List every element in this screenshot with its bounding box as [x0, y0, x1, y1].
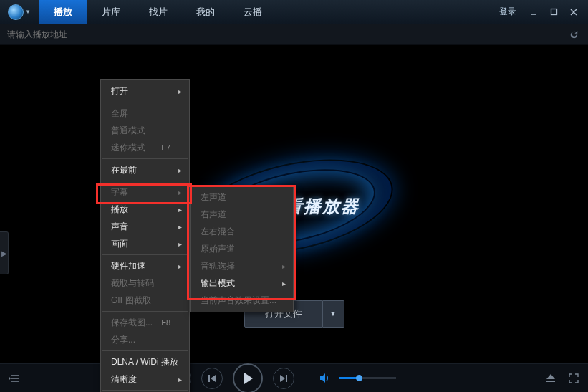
menu-separator	[102, 158, 188, 159]
playlist-expand-tab[interactable]: ▶	[0, 231, 9, 274]
menu-item-label: 音轨选择	[201, 260, 235, 272]
menu-item[interactable]: 输出模式	[191, 274, 293, 292]
menu-item: 迷你模式F7	[101, 139, 189, 156]
open-eject-icon[interactable]	[544, 371, 558, 386]
menu-item: 左声道	[191, 188, 293, 206]
svg-rect-13	[286, 375, 287, 382]
menu-item-label: 画面	[111, 238, 128, 250]
menu-separator	[102, 390, 188, 391]
menu-item-label: DLNA / WiDi 播放	[111, 356, 178, 368]
menu-item-label: 右声道	[201, 209, 226, 221]
address-bar	[0, 24, 588, 45]
close-button[interactable]	[564, 1, 584, 23]
app-menu[interactable]: ▼	[0, 0, 39, 24]
menu-item-label: 打开	[111, 85, 128, 97]
player-stage: ▶ 迅雷看看播放器 打开文件 ▼	[0, 45, 588, 363]
menu-item[interactable]: 清晰度	[101, 371, 189, 388]
svg-marker-12	[280, 375, 285, 382]
app-logo-icon	[8, 4, 24, 20]
refresh-icon[interactable]	[567, 27, 581, 42]
volume-control	[319, 371, 396, 386]
player-controls-bar	[0, 363, 588, 392]
menu-item-label: 输出模式	[201, 277, 235, 290]
minimize-button[interactable]	[524, 1, 544, 23]
address-input[interactable]	[7, 29, 567, 39]
menu-item: GIF图截取	[101, 292, 189, 309]
menu-item-label: 左右混合	[201, 226, 235, 238]
menu-item-label: 左声道	[201, 191, 226, 204]
menu-item-label: 在最前	[111, 164, 137, 176]
context-menu-main: 打开全屏普通模式迷你模式F7在最前字幕播放声音画面硬件加速截取与转码GIF图截取…	[100, 79, 190, 392]
next-button[interactable]	[273, 368, 294, 389]
menu-item: 字幕	[101, 183, 189, 201]
top-nav: 播放片库找片我的云播	[39, 0, 276, 24]
menu-item[interactable]: DLNA / WiDi 播放	[101, 353, 189, 371]
maximize-button[interactable]	[544, 1, 564, 23]
menu-separator	[102, 102, 188, 102]
topnav-tab[interactable]: 云播	[229, 0, 276, 24]
menu-item[interactable]: 硬件加速	[101, 257, 189, 274]
menu-item-shortcut: F8	[161, 318, 170, 327]
menu-item[interactable]: 在最前	[101, 161, 189, 178]
menu-separator	[102, 254, 188, 255]
menu-item-label: GIF图截取	[111, 295, 151, 307]
menu-item-label: 原始声道	[201, 243, 235, 255]
menu-item-shortcut: F7	[161, 143, 170, 152]
previous-button[interactable]	[201, 368, 223, 389]
menu-item-label: 保存截图...	[111, 317, 153, 329]
svg-marker-14	[320, 373, 325, 383]
menu-item-label: 当前声音效果设置...	[201, 295, 276, 307]
menu-item-label: 播放	[111, 204, 128, 216]
menu-item-label: 截取与转码	[111, 277, 154, 290]
topnav-tab[interactable]: 播放	[39, 0, 87, 24]
menu-separator	[102, 311, 188, 312]
svg-marker-10	[211, 375, 216, 382]
menu-item-label: 全屏	[111, 107, 128, 120]
svg-rect-9	[208, 375, 210, 382]
svg-rect-1	[551, 9, 556, 15]
topnav-tab[interactable]: 片库	[87, 0, 135, 24]
window-controls: 登录	[488, 0, 588, 24]
menu-item: 分享...	[101, 331, 189, 348]
svg-marker-15	[546, 374, 555, 379]
playlist-toggle-icon[interactable]	[7, 371, 21, 386]
menu-separator	[102, 350, 188, 351]
menu-item: 全屏	[101, 105, 189, 122]
menu-item: 普通模式	[101, 122, 189, 139]
open-file-dropdown[interactable]: ▼	[323, 300, 344, 328]
topnav-tab[interactable]: 我的	[182, 0, 229, 24]
menu-item[interactable]: 打开	[101, 82, 189, 100]
menu-item-label: 字幕	[111, 186, 128, 199]
menu-item[interactable]: 播放	[101, 201, 189, 218]
menu-item-label: 分享...	[111, 334, 135, 346]
login-link[interactable]: 登录	[492, 6, 524, 18]
menu-item: 右声道	[191, 206, 293, 223]
menu-item-label: 迷你模式	[111, 142, 145, 154]
menu-item[interactable]: 声音	[101, 218, 189, 235]
svg-marker-7	[9, 376, 11, 381]
context-submenu-sound: 左声道右声道左右混合原始声道音轨选择输出模式当前声音效果设置...	[190, 185, 294, 312]
menu-item: 保存截图...F8	[101, 314, 189, 331]
play-button[interactable]	[233, 363, 263, 393]
chevron-down-icon: ▼	[25, 9, 31, 15]
menu-item: 音轨选择	[191, 257, 293, 274]
svg-rect-16	[546, 381, 555, 382]
menu-item: 当前声音效果设置...	[191, 292, 293, 309]
menu-item[interactable]: 画面	[101, 235, 189, 252]
menu-item-label: 清晰度	[111, 373, 137, 386]
fullscreen-icon[interactable]	[567, 371, 581, 386]
menu-separator	[102, 181, 188, 181]
title-bar: ▼ 播放片库找片我的云播 登录	[0, 0, 588, 24]
caret-down-icon: ▼	[330, 310, 337, 317]
menu-item: 左右混合	[191, 223, 293, 240]
volume-icon[interactable]	[319, 371, 333, 386]
menu-item: 截取与转码	[101, 274, 189, 292]
menu-item-label: 硬件加速	[111, 260, 145, 272]
menu-item: 原始声道	[191, 240, 293, 257]
topnav-tab[interactable]: 找片	[135, 0, 182, 24]
volume-slider[interactable]	[339, 377, 396, 379]
menu-item-label: 普通模式	[111, 125, 145, 137]
svg-marker-11	[244, 373, 253, 384]
menu-item-label: 声音	[111, 221, 128, 233]
